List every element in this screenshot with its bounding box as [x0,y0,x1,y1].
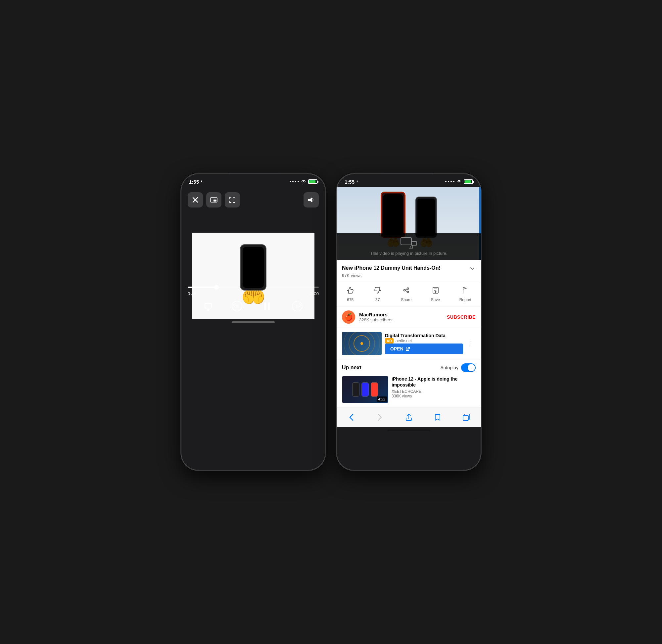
up-next-section: Up next Autoplay [337,360,481,407]
next-video-duration: 4:22 [377,396,387,402]
video-controls-area: 🤲 0:48 -3:00 [181,187,325,319]
autoplay-label: Autoplay [440,365,458,370]
back-button[interactable] [344,410,359,424]
ad-badge-row: AD aerlie.net [385,338,463,344]
progress-thumb[interactable] [214,285,219,290]
ad-domain: aerlie.net [395,339,412,343]
wifi-icon-1 [301,180,306,184]
status-icons-1 [290,179,317,184]
pip-message: This video is playing in picture in pict… [370,251,447,256]
channel-row: 🍎 MacRumors 328K subscribers SUBSCRIBE [337,306,481,328]
channel-subs: 328K subscribers [359,317,447,322]
bookmarks-button[interactable] [430,410,445,424]
fullscreen-button[interactable] [225,192,240,207]
time-display-1: 1:55 [189,179,203,185]
left-controls [188,192,240,207]
battery-icon-2 [464,179,473,184]
expand-icon[interactable] [469,265,476,272]
autoplay-row: Autoplay [440,363,476,372]
dislike-button[interactable]: 37 [374,286,382,302]
ad-more-button[interactable]: ⋮ [466,338,476,349]
external-link-icon [406,346,410,351]
progress-fill [188,286,216,288]
svg-point-21 [407,291,409,293]
ad-info: Digital Transformation Data AD aerlie.ne… [385,332,463,355]
video-info-section: New iPhone 12 Dummy Unit Hands-On! 97K v… [337,260,481,282]
pip-overlay: This video is playing in picture in pict… [337,233,481,260]
phone-1: 1:55 [180,173,326,471]
ad-title: Digital Transformation Data [385,333,463,338]
like-count: 675 [347,298,353,302]
svg-line-17 [410,245,411,248]
youtube-content[interactable]: New iPhone 12 Dummy Unit Hands-On! 97K v… [337,260,481,407]
svg-point-20 [407,288,409,290]
pip-icon [401,237,417,249]
autoplay-toggle[interactable] [461,363,476,372]
save-icon [432,286,439,296]
action-buttons-row: 675 37 [337,282,481,306]
thumbs-up-icon [346,286,354,296]
ad-badge: AD [385,338,393,344]
home-indicator-1 [232,321,275,323]
signal-dots-1 [290,181,299,182]
ad-open-button[interactable]: OPEN [385,344,463,354]
home-indicator-2 [387,430,430,431]
svg-rect-11 [268,302,270,310]
ad-thumbnail [342,332,382,355]
wifi-icon-2 [456,180,462,184]
svg-marker-0 [201,180,202,182]
forward-button[interactable]: 15 [292,300,303,312]
channel-info: MacRumors 328K subscribers [359,312,447,322]
airplay-button[interactable] [204,301,213,311]
next-video-channel: XEETECHCARE [392,389,476,394]
svg-rect-26 [463,415,469,421]
toggle-thumb [468,364,475,371]
report-button[interactable]: Report [459,286,471,302]
signal-dots-2 [445,181,454,182]
current-time: 0:48 [188,291,196,296]
share-label: Share [401,298,411,302]
share-button[interactable] [402,410,416,424]
youtube-screen: 🤲 🤲 [337,187,481,434]
next-video-item[interactable]: 4:22 iPhone 12 - Apple is doing the impo… [342,376,476,403]
channel-avatar: 🍎 [342,310,355,324]
thumbs-down-icon [374,286,382,296]
next-video-thumbnail: 4:22 [342,376,388,403]
svg-rect-6 [205,303,211,308]
report-label: Report [459,298,471,302]
video-views: 97K views [342,273,476,278]
up-next-header: Up next Autoplay [342,363,476,372]
ad-section: Digital Transformation Data AD aerlie.ne… [337,328,481,360]
svg-marker-5 [308,198,312,202]
remaining-time: -3:00 [309,291,319,296]
flag-icon [461,286,470,296]
next-video-views: 336K views [392,394,476,398]
video-top-controls [181,187,325,213]
up-next-label: Up next [342,365,362,371]
video-title: New iPhone 12 Dummy Unit Hands-On! [342,265,466,271]
safari-bottom-bar [337,407,481,427]
save-button[interactable]: Save [431,286,440,302]
video-title-row: New iPhone 12 Dummy Unit Hands-On! [342,265,476,272]
pip-video-area: 🤲 🤲 [337,187,481,260]
subscribe-button[interactable]: SUBSCRIBE [447,314,476,320]
close-button[interactable] [188,192,203,207]
svg-rect-4 [213,200,216,202]
like-button[interactable]: 675 [346,286,354,302]
share-icon [402,286,410,296]
share-button[interactable]: Share [401,286,411,302]
forward-button[interactable] [373,410,387,424]
notch-1 [228,174,278,183]
svg-rect-16 [412,242,417,245]
next-video-title: iPhone 12 - Apple is doing the impossibl… [392,376,476,388]
volume-button[interactable] [303,192,319,207]
pip-button[interactable] [206,192,222,207]
channel-name[interactable]: MacRumors [359,312,447,317]
svg-marker-14 [357,180,358,182]
location-icon-1 [200,180,203,183]
tabs-button[interactable] [459,410,474,424]
dislike-count: 37 [375,298,380,302]
svg-text:15: 15 [235,305,239,308]
svg-text:15: 15 [295,305,299,308]
next-video-info: iPhone 12 - Apple is doing the impossibl… [392,376,476,403]
